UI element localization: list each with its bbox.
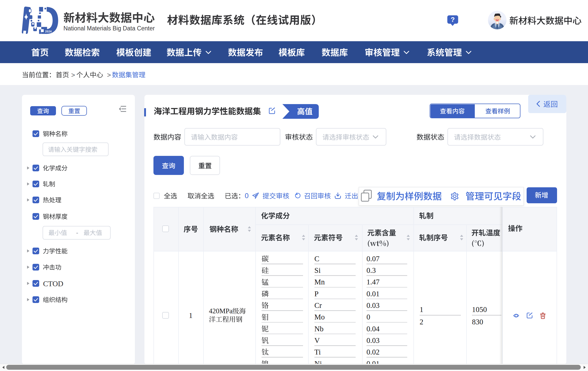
svg-text:2024: 2024 bbox=[45, 30, 52, 33]
svg-text:?: ? bbox=[451, 16, 455, 23]
